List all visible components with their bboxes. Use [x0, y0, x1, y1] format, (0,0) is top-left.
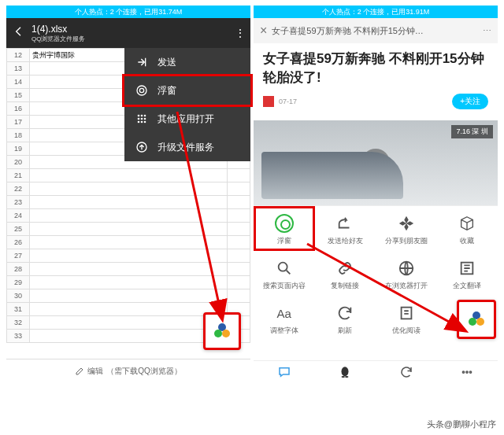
svg-point-14 — [222, 330, 230, 337]
svg-point-10 — [144, 121, 146, 123]
svg-point-4 — [144, 115, 146, 117]
qq-icon[interactable] — [338, 365, 352, 379]
svg-point-1 — [139, 88, 143, 92]
attribution: 头条@鹏聊小程序 — [427, 418, 496, 430]
action-favorite[interactable]: 收藏 — [437, 206, 498, 251]
menu-upgrade[interactable]: 升级文件服务 — [124, 133, 250, 161]
status-bar: 个人热点：2 个连接，已用31.91M — [254, 6, 498, 18]
browser-icon — [397, 259, 416, 278]
svg-point-8 — [138, 121, 140, 123]
video-tag: 7.16 深 圳 — [451, 125, 493, 138]
action-optimize-read[interactable]: 优化阅读 — [376, 296, 437, 341]
context-menu: 发送 浮窗 其他应用打开 升级文件服务 — [124, 48, 250, 161]
float-window-icon — [465, 308, 487, 330]
titlebar-text: 女子喜提59万新奔驰 不料刚开15分钟… — [272, 25, 478, 37]
article: 女子喜提59万新奔驰 不料刚开15分钟轮胎没了! 07-17 +关注 — [254, 43, 498, 116]
menu-open-other-app[interactable]: 其他应用打开 — [124, 105, 250, 133]
svg-point-2 — [138, 115, 140, 117]
chat-icon[interactable] — [277, 365, 291, 379]
bottom-nav — [254, 360, 498, 383]
edit-bar[interactable]: 编辑 （需下载QQ浏览器） — [6, 359, 250, 383]
more-nav-icon[interactable] — [460, 365, 474, 379]
file-header: 1(4).xlsx QQ浏览器文件服务 ⋮ — [6, 18, 250, 48]
action-translate[interactable]: 全文翻译 — [437, 251, 498, 296]
svg-point-21 — [476, 318, 484, 326]
action-font-size[interactable]: Aa调整字体 — [254, 296, 315, 341]
svg-point-7 — [144, 118, 146, 120]
svg-point-5 — [138, 118, 140, 120]
file-title: 1(4).xlsx — [32, 24, 235, 35]
svg-point-9 — [141, 121, 143, 123]
follow-button[interactable]: +关注 — [452, 94, 488, 109]
float-window-icon — [275, 214, 294, 233]
float-window-icon — [211, 320, 233, 342]
file-subtitle: QQ浏览器文件服务 — [32, 35, 235, 43]
svg-point-15 — [278, 263, 287, 271]
article-headline: 女子喜提59万新奔驰 不料刚开15分钟轮胎没了! — [263, 50, 488, 87]
publish-date: 07-17 — [279, 98, 297, 105]
video-thumbnail[interactable]: 7.16 深 圳 — [254, 120, 498, 205]
action-moments[interactable]: 分享到朋友圈 — [376, 206, 437, 251]
svg-point-20 — [469, 318, 476, 326]
svg-point-3 — [141, 115, 143, 117]
cube-icon — [458, 214, 476, 233]
spreadsheet[interactable]: 12贵州宇博国际13141516171819202122232425262728… — [6, 48, 250, 383]
svg-point-23 — [342, 376, 346, 378]
close-icon[interactable]: × — [260, 24, 267, 38]
svg-point-26 — [466, 371, 468, 373]
svg-point-22 — [342, 367, 349, 376]
search-icon — [275, 259, 294, 278]
phone-right: 个人热点：2 个连接，已用31.91M × 女子喜提59万新奔驰 不料刚开15分… — [254, 6, 498, 383]
action-refresh[interactable]: 刷新 — [315, 296, 376, 341]
more-icon[interactable]: ⋮ — [235, 27, 244, 39]
reload-icon[interactable] — [399, 365, 413, 379]
menu-float-window[interactable]: 浮窗 — [122, 74, 253, 107]
svg-point-24 — [345, 376, 349, 378]
font-icon: Aa — [275, 304, 294, 323]
link-icon — [335, 259, 354, 278]
share-icon — [335, 214, 354, 233]
action-search-page[interactable]: 搜索页面内容 — [254, 251, 315, 296]
svg-point-13 — [214, 330, 222, 337]
svg-point-25 — [463, 371, 465, 373]
back-icon[interactable] — [13, 25, 27, 41]
moments-icon — [397, 214, 416, 233]
svg-point-0 — [137, 86, 146, 95]
article-titlebar: × 女子喜提59万新奔驰 不料刚开15分钟… ⋯ — [254, 18, 498, 43]
refresh-icon — [335, 304, 354, 323]
share-sheet: 浮窗 发送给好友 分享到朋友圈 收藏 搜索页面内容 复制链接 在浏览器打开 全文… — [254, 205, 498, 341]
svg-point-27 — [470, 371, 472, 373]
float-bubble[interactable] — [457, 300, 496, 339]
publisher-avatar[interactable] — [263, 96, 274, 107]
action-send-friend[interactable]: 发送给好友 — [315, 206, 376, 251]
float-bubble[interactable] — [203, 312, 241, 350]
action-float-window[interactable]: 浮窗 — [254, 206, 315, 251]
action-copy-link[interactable]: 复制链接 — [315, 251, 376, 296]
edit-icon — [75, 367, 84, 376]
more-icon[interactable]: ⋯ — [483, 26, 491, 36]
translate-icon — [458, 259, 476, 278]
phone-left: 个人热点：2 个连接，已用31.74M 1(4).xlsx QQ浏览器文件服务 … — [6, 6, 250, 383]
action-open-browser[interactable]: 在浏览器打开 — [376, 251, 437, 296]
reader-icon — [397, 304, 416, 323]
status-bar: 个人热点：2 个连接，已用31.74M — [6, 6, 250, 18]
menu-send[interactable]: 发送 — [124, 48, 250, 76]
svg-point-6 — [141, 118, 143, 120]
